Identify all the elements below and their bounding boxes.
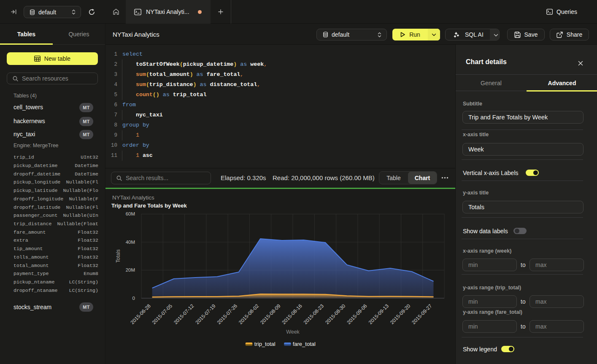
svg-text:trip_total: trip_total <box>254 341 276 347</box>
svg-text:2015-08-30: 2015-08-30 <box>324 303 347 326</box>
svg-text:2015-09-06: 2015-09-06 <box>346 303 368 326</box>
svg-text:2015-09-27: 2015-09-27 <box>411 303 433 326</box>
svg-text:Week: Week <box>286 329 300 335</box>
svg-text:2015-08-16: 2015-08-16 <box>281 303 304 326</box>
svg-text:2015-09-13: 2015-09-13 <box>367 303 390 326</box>
svg-text:NYTaxi Analytics: NYTaxi Analytics <box>112 194 154 201</box>
svg-text:20M: 20M <box>126 267 135 272</box>
svg-text:fare_total: fare_total <box>293 341 316 347</box>
svg-text:2015-07-05: 2015-07-05 <box>151 303 174 326</box>
svg-text:Totals: Totals <box>115 249 121 262</box>
svg-text:2015-06-28: 2015-06-28 <box>130 303 152 326</box>
svg-text:2015-07-26: 2015-07-26 <box>216 303 239 326</box>
svg-text:0: 0 <box>132 296 135 301</box>
svg-text:2015-09-20: 2015-09-20 <box>389 303 412 326</box>
svg-text:2015-07-12: 2015-07-12 <box>173 303 195 326</box>
svg-text:2015-08-02: 2015-08-02 <box>238 303 260 326</box>
svg-text:Trip and Fare Totals by Week: Trip and Fare Totals by Week <box>111 202 187 209</box>
svg-text:2015-08-09: 2015-08-09 <box>259 303 282 326</box>
svg-text:60M: 60M <box>126 211 135 216</box>
svg-text:2015-08-23: 2015-08-23 <box>303 303 325 326</box>
svg-text:40M: 40M <box>126 240 135 245</box>
svg-text:2015-07-19: 2015-07-19 <box>194 303 217 326</box>
